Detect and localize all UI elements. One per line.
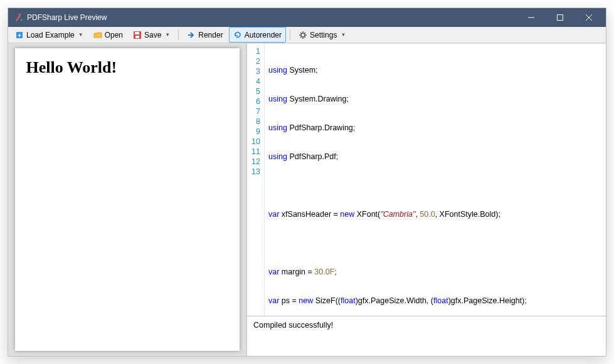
app-window: PDFSharp Live Preview Load Example ▼ Ope… — [8, 8, 606, 356]
folder-icon — [93, 31, 102, 39]
arrow-right-icon — [187, 31, 196, 39]
code-editor[interactable]: 1 2 3 4 5 6 7 8 9 10 11 12 13 using Syst… — [247, 43, 606, 316]
button-label: Load Example — [26, 31, 75, 39]
content-area: Hello World! 1 2 3 4 5 6 7 8 9 10 11 12 — [8, 43, 606, 356]
autorender-button[interactable]: Autorender — [229, 27, 286, 43]
gear-icon — [299, 31, 307, 39]
render-button[interactable]: Render — [183, 27, 227, 43]
svg-line-15 — [305, 36, 305, 37]
maximize-button[interactable] — [546, 8, 574, 27]
preview-panel: Hello World! — [8, 43, 246, 356]
svg-rect-0 — [21, 19, 23, 21]
button-label: Save — [144, 31, 161, 39]
svg-rect-8 — [135, 36, 139, 38]
save-button[interactable]: Save ▼ — [129, 27, 174, 43]
open-button[interactable]: Open — [89, 27, 127, 43]
save-icon — [133, 31, 142, 39]
toolbar-separator — [290, 29, 290, 40]
settings-button[interactable]: Settings ▼ — [294, 27, 350, 43]
svg-rect-2 — [558, 15, 563, 21]
svg-line-16 — [300, 36, 301, 37]
code-content[interactable]: using System; using System.Drawing; usin… — [265, 44, 606, 316]
minimize-button[interactable] — [517, 8, 546, 27]
toolbar: Load Example ▼ Open Save ▼ Render Autore… — [8, 27, 606, 43]
chevron-down-icon: ▼ — [341, 32, 346, 38]
svg-line-17 — [305, 33, 305, 33]
preview-page: Hello World! — [15, 48, 240, 351]
window-title: PDFSharp Live Preview — [27, 13, 517, 22]
preview-heading: Hello World! — [26, 58, 228, 77]
sparkle-icon — [15, 31, 24, 39]
window-controls — [517, 8, 603, 27]
output-panel: Compiled successfully! — [247, 316, 606, 356]
button-label: Settings — [310, 31, 337, 39]
output-text: Compiled successfully! — [253, 321, 333, 330]
chevron-down-icon: ▼ — [78, 32, 83, 38]
button-label: Autorender — [245, 31, 282, 39]
button-label: Open — [105, 31, 123, 39]
app-icon — [14, 13, 23, 22]
load-example-button[interactable]: Load Example ▼ — [11, 27, 88, 43]
line-gutter: 1 2 3 4 5 6 7 8 9 10 11 12 13 — [247, 44, 265, 316]
toolbar-separator — [178, 29, 179, 40]
button-label: Render — [198, 31, 223, 39]
refresh-icon — [233, 31, 242, 39]
right-column: 1 2 3 4 5 6 7 8 9 10 11 12 13 using Syst… — [246, 43, 606, 356]
svg-line-14 — [300, 33, 301, 33]
titlebar[interactable]: PDFSharp Live Preview — [8, 8, 606, 27]
chevron-down-icon: ▼ — [165, 32, 170, 38]
svg-rect-7 — [135, 32, 139, 34]
close-button[interactable] — [574, 8, 603, 27]
svg-point-9 — [301, 33, 305, 37]
